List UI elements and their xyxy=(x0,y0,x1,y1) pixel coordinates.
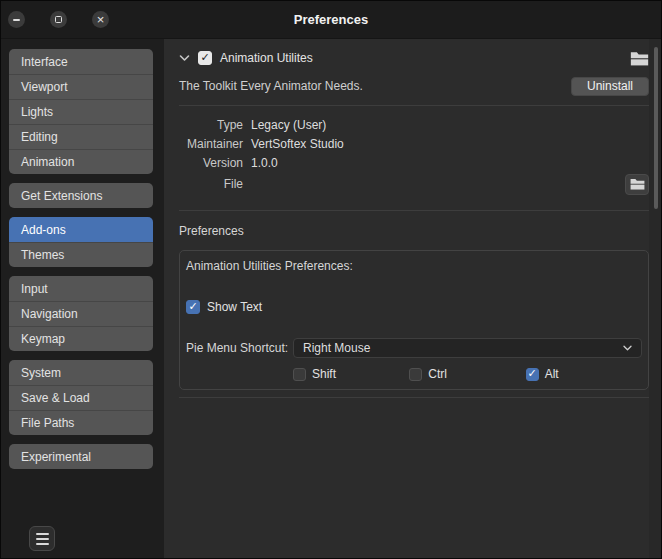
modifier-shift[interactable]: ✓ Shift xyxy=(293,367,409,381)
meta-value: Legacy (User) xyxy=(251,118,326,132)
pie-menu-dropdown[interactable]: Right Mouse xyxy=(293,338,642,358)
show-text-checkbox[interactable]: ✓ xyxy=(186,300,200,314)
addon-preferences-box: Animation Utilities Preferences: ✓ Show … xyxy=(179,250,649,390)
close-icon: × xyxy=(97,13,105,26)
sidebar-item-animation[interactable]: Animation xyxy=(9,149,153,174)
sidebar-group-general: Interface Viewport Lights Editing Animat… xyxy=(9,49,153,174)
chevron-down-icon xyxy=(623,345,632,351)
sidebar-item-lights[interactable]: Lights xyxy=(9,99,153,124)
minimize-icon xyxy=(13,19,20,21)
sidebar-item-experimental[interactable]: Experimental xyxy=(9,444,153,469)
divider xyxy=(179,210,649,211)
sidebar-item-addons[interactable]: Add-ons xyxy=(9,217,153,242)
check-icon: ✓ xyxy=(188,301,197,312)
alt-checkbox: ✓ xyxy=(526,368,539,381)
maximize-button[interactable] xyxy=(50,11,67,28)
minimize-button[interactable] xyxy=(8,11,25,28)
hamburger-icon xyxy=(36,533,49,535)
addon-name: Animation Utilites xyxy=(220,51,313,65)
sidebar-item-save-load[interactable]: Save & Load xyxy=(9,385,153,410)
sidebar-item-themes[interactable]: Themes xyxy=(9,242,153,267)
preferences-section-label: Preferences xyxy=(179,224,244,238)
sidebar-group-system: System Save & Load File Paths xyxy=(9,360,153,435)
meta-value: 1.0.0 xyxy=(251,156,278,170)
pie-menu-row: Pie Menu Shortcut: Right Mouse xyxy=(186,338,642,358)
addon-enable-checkbox[interactable]: ✓ xyxy=(198,51,212,65)
file-browse-button[interactable] xyxy=(625,174,649,195)
ctrl-label: Ctrl xyxy=(428,367,447,381)
uninstall-button[interactable]: Uninstall xyxy=(571,77,649,96)
scrollbar-track xyxy=(649,39,661,559)
folder-icon xyxy=(630,178,645,190)
meta-row-file: File xyxy=(179,172,649,196)
pie-menu-value: Right Mouse xyxy=(303,341,370,355)
meta-label: Maintainer xyxy=(179,137,243,151)
divider xyxy=(179,397,649,398)
meta-label: Version xyxy=(179,156,243,170)
sidebar-group-addons-themes: Add-ons Themes xyxy=(9,217,153,267)
sidebar-group-experimental: Experimental xyxy=(9,444,153,469)
meta-label: File xyxy=(179,177,243,191)
ctrl-checkbox: ✓ xyxy=(409,368,422,381)
close-button[interactable]: × xyxy=(92,11,109,28)
alt-label: Alt xyxy=(545,367,559,381)
meta-row-type: Type Legacy (User) xyxy=(179,115,649,134)
shift-checkbox: ✓ xyxy=(293,368,306,381)
modifier-alt[interactable]: ✓ Alt xyxy=(526,367,642,381)
folder-icon[interactable] xyxy=(630,51,649,66)
scrollbar-thumb[interactable] xyxy=(654,47,658,209)
window-controls: × xyxy=(8,1,109,38)
show-text-row: ✓ Show Text xyxy=(186,299,642,315)
addon-description-row: The Toolkit Every Animator Needs. Uninst… xyxy=(179,76,649,96)
sidebar-group-extensions: Get Extensions xyxy=(9,183,153,208)
sidebar-item-get-extensions[interactable]: Get Extensions xyxy=(9,183,153,208)
maximize-icon xyxy=(55,16,62,23)
addon-meta: Type Legacy (User) Maintainer VertSoftex… xyxy=(179,115,649,196)
sidebar-item-keymap[interactable]: Keymap xyxy=(9,326,153,351)
meta-value: VertSoftex Studio xyxy=(251,137,344,151)
sidebar-group-input: Input Navigation Keymap xyxy=(9,276,153,351)
check-icon: ✓ xyxy=(528,368,537,379)
sidebar-item-navigation[interactable]: Navigation xyxy=(9,301,153,326)
sidebar-item-input[interactable]: Input xyxy=(9,276,153,301)
sidebar: Interface Viewport Lights Editing Animat… xyxy=(1,39,164,559)
preferences-box-title: Animation Utilities Preferences: xyxy=(186,259,642,273)
titlebar: Preferences × xyxy=(1,1,661,39)
modifier-row: ✓ Shift ✓ Ctrl ✓ Alt xyxy=(293,367,642,381)
check-icon: ✓ xyxy=(200,52,209,63)
shift-label: Shift xyxy=(312,367,336,381)
preferences-window: Preferences × Interface Viewport Lights … xyxy=(0,0,662,559)
show-text-label: Show Text xyxy=(207,300,262,314)
meta-row-version: Version 1.0.0 xyxy=(179,153,649,172)
meta-label: Type xyxy=(179,118,243,132)
meta-row-maintainer: Maintainer VertSoftex Studio xyxy=(179,134,649,153)
sidebar-item-interface[interactable]: Interface xyxy=(9,49,153,74)
sidebar-item-system[interactable]: System xyxy=(9,360,153,385)
divider xyxy=(179,105,649,106)
addon-panel: ✓ Animation Utilites The Toolkit Every A… xyxy=(164,39,649,559)
sidebar-item-file-paths[interactable]: File Paths xyxy=(9,410,153,435)
chevron-down-icon[interactable] xyxy=(179,54,190,62)
modifier-ctrl[interactable]: ✓ Ctrl xyxy=(409,367,525,381)
pie-menu-label: Pie Menu Shortcut: xyxy=(186,341,293,355)
preferences-menu-button[interactable] xyxy=(29,526,55,551)
addon-header: ✓ Animation Utilites xyxy=(179,47,649,69)
addon-description: The Toolkit Every Animator Needs. xyxy=(179,79,363,93)
sidebar-item-viewport[interactable]: Viewport xyxy=(9,74,153,99)
sidebar-item-editing[interactable]: Editing xyxy=(9,124,153,149)
